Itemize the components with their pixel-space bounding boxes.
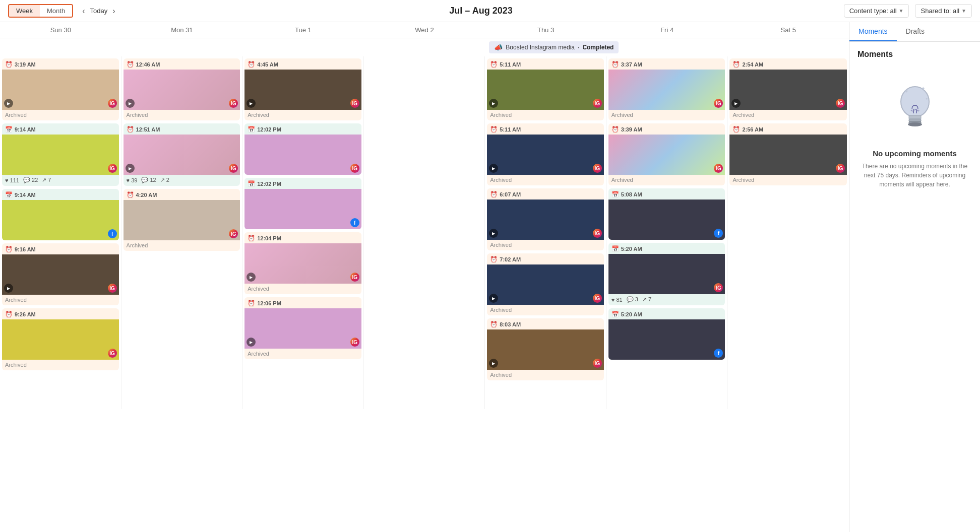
- card-time: 9:14 AM: [15, 126, 36, 132]
- media-thumbnail: IG: [729, 135, 847, 175]
- media-card[interactable]: ⏰ 5:11 AM ▶ IG Archived: [487, 123, 604, 185]
- day-column-mon: ⏰ 12:46 AM ▶ IG Archived: [121, 56, 243, 409]
- facebook-icon: f: [350, 218, 359, 227]
- clock-icon: ⏰: [490, 256, 498, 263]
- tab-drafts[interactable]: Drafts: [897, 22, 934, 41]
- card-time: 5:20 AM: [621, 311, 642, 317]
- media-card[interactable]: ⏰ 9:26 AM IG Archived: [2, 308, 119, 370]
- media-card[interactable]: ⏰ 12:06 PM ▶ IG Archived: [244, 297, 361, 359]
- clock-icon: ⏰: [248, 300, 255, 307]
- archived-status: Archived: [490, 242, 512, 248]
- card-time: 6:07 AM: [500, 191, 521, 197]
- media-card[interactable]: ⏰ 2:54 AM ▶ IG Archived: [729, 58, 847, 120]
- tab-moments[interactable]: Moments: [849, 22, 897, 41]
- media-card[interactable]: ⏰ 3:37 AM IG Archived: [608, 58, 725, 120]
- stats-row: ♥ 81 💬 3 ↗ 7: [611, 296, 722, 303]
- boosted-banner-cell: 📣 Boosted Instagram media · Completed: [485, 38, 849, 56]
- media-card[interactable]: 📅 5:20 AM f: [608, 308, 725, 360]
- svg-text:✦: ✦: [921, 86, 925, 91]
- card-header: ⏰ 3:39 AM: [608, 123, 725, 135]
- week-view-button[interactable]: Week: [9, 5, 40, 17]
- clock-icon: ⏰: [248, 61, 255, 68]
- archived-status: Archived: [248, 112, 269, 118]
- instagram-icon: IG: [108, 99, 117, 108]
- calendar-area: Sun 30 Mon 31 Tue 1 Wed 2 Thu 3 Fri 4 Sa…: [0, 22, 849, 532]
- comments-stat: 💬 3: [627, 296, 638, 303]
- day-column-thu: ⏰ 5:11 AM ▶ IG Archived: [485, 56, 606, 409]
- day-column-sat: ⏰ 2:54 AM ▶ IG Archived: [727, 56, 849, 409]
- card-time: 3:37 AM: [621, 61, 642, 68]
- facebook-icon: f: [714, 229, 723, 238]
- media-thumbnail: f: [2, 200, 119, 240]
- play-icon: ▶: [489, 164, 498, 173]
- shared-to-filter[interactable]: Shared to: all ▼: [915, 4, 972, 18]
- card-time: 12:46 AM: [136, 61, 160, 68]
- media-card[interactable]: 📅 5:08 AM f: [608, 188, 725, 240]
- clock-icon: ⏰: [5, 246, 13, 253]
- media-card[interactable]: ⏰ 4:45 AM ▶ IG Archived: [244, 58, 361, 120]
- card-footer: Archived: [2, 110, 119, 120]
- media-card[interactable]: 📅 12:02 PM IG: [244, 123, 361, 175]
- media-card[interactable]: 📅 12:02 PM f: [244, 178, 361, 229]
- archived-status: Archived: [611, 112, 633, 118]
- today-button[interactable]: Today: [90, 7, 107, 15]
- teal-icon: 📅: [248, 126, 255, 133]
- archived-status: Archived: [248, 286, 269, 292]
- clock-icon: ⏰: [127, 191, 134, 198]
- view-toggle: Week Month: [8, 4, 73, 18]
- banner-cell-empty-4: [364, 38, 485, 56]
- media-card[interactable]: ⏰ 5:11 AM ▶ IG Archived: [487, 58, 604, 120]
- main-layout: Sun 30 Mon 31 Tue 1 Wed 2 Thu 3 Fri 4 Sa…: [0, 22, 980, 532]
- instagram-icon: IG: [350, 338, 359, 347]
- media-card[interactable]: 📅 5:20 AM IG ♥ 81 💬 3 ↗ 7: [608, 243, 725, 305]
- stats-row: ♥ 111 💬 22 ↗ 7: [5, 177, 116, 183]
- media-card[interactable]: ⏰ 6:07 AM ▶ IG Archived: [487, 188, 604, 250]
- card-header: ⏰ 6:07 AM: [487, 188, 604, 200]
- teal-icon: 📅: [5, 126, 13, 133]
- card-header: 📅 5:08 AM: [608, 188, 725, 200]
- archived-status: Archived: [611, 177, 633, 183]
- month-view-button[interactable]: Month: [40, 5, 72, 17]
- media-card[interactable]: 📅 9:14 AM f: [2, 189, 119, 240]
- prev-button[interactable]: ‹: [79, 6, 88, 17]
- media-card[interactable]: ⏰ 7:02 AM ▶ IG Archived: [487, 253, 604, 315]
- media-card[interactable]: ⏰ 3:19 AM ▶ IG Archived: [2, 58, 119, 120]
- clock-icon: ⏰: [490, 191, 498, 198]
- media-thumbnail: f: [608, 200, 725, 240]
- media-card[interactable]: ⏰ 9:16 AM ▶ IG Archived: [2, 243, 119, 305]
- media-thumbnail: f: [244, 189, 361, 229]
- card-time: 5:20 AM: [621, 246, 642, 252]
- instagram-icon: IG: [108, 164, 117, 173]
- card-header: ⏰ 5:11 AM: [487, 123, 604, 135]
- media-card[interactable]: ⏰ 2:56 AM IG Archived: [729, 123, 847, 185]
- media-card[interactable]: ⏰ 4:20 AM IG Archived: [124, 189, 240, 251]
- facebook-icon: f: [108, 229, 117, 238]
- next-button[interactable]: ›: [109, 6, 118, 17]
- card-time: 7:02 AM: [500, 256, 521, 262]
- card-footer: Archived: [608, 175, 725, 185]
- media-thumbnail: IG: [608, 254, 725, 294]
- card-time: 12:02 PM: [257, 126, 281, 132]
- card-footer: Archived: [608, 110, 725, 120]
- media-card[interactable]: ⏰ 12:46 AM ▶ IG Archived: [124, 58, 240, 120]
- media-thumbnail: ▶ IG: [124, 135, 240, 175]
- archived-status: Archived: [490, 112, 512, 118]
- teal-icon: 📅: [248, 180, 255, 187]
- teal-icon: 📅: [611, 191, 619, 198]
- media-thumbnail: ▶ IG: [487, 264, 604, 305]
- media-card[interactable]: ⏰ 12:04 PM ▶ IG Archived: [244, 232, 361, 294]
- media-card[interactable]: ⏰ 3:39 AM IG Archived: [608, 123, 725, 185]
- media-card[interactable]: ⏰ 12:51 AM ▶ IG ♥ 39 💬 12 ↗ 2: [124, 123, 240, 186]
- media-card[interactable]: 📅 9:14 AM IG ♥ 111 💬 22 ↗ 7: [2, 123, 119, 186]
- media-card[interactable]: ⏰ 8:03 AM ▶ IG Archived: [487, 318, 604, 380]
- media-thumbnail: IG: [2, 135, 119, 175]
- instagram-icon: IG: [108, 284, 117, 293]
- media-thumbnail: ▶ IG: [487, 329, 604, 370]
- card-time: 3:39 AM: [621, 126, 642, 132]
- card-time: 12:04 PM: [257, 235, 281, 241]
- card-footer: Archived: [487, 305, 604, 315]
- sidebar-section-title: Moments: [858, 50, 972, 59]
- clock-icon: ⏰: [611, 61, 619, 68]
- content-type-filter[interactable]: Content type: all ▼: [844, 4, 909, 18]
- card-header: ⏰ 7:02 AM: [487, 253, 604, 264]
